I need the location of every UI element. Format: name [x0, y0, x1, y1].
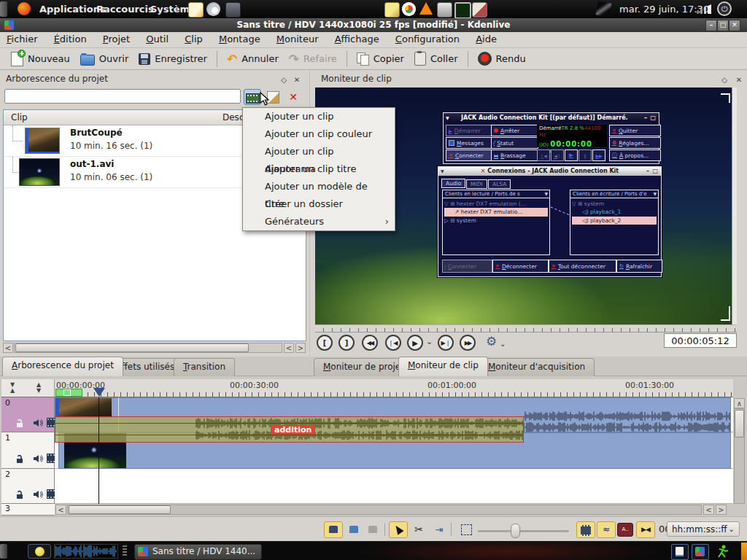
timeline-ruler[interactable]: 00:00:00:00 00:00:30:00 00:01:00:00 00:0… — [55, 379, 733, 397]
save-button[interactable]: Enregistrer — [133, 52, 212, 66]
timecode-format-dropdown[interactable]: hh:mm:ss::ff⌄ — [667, 521, 740, 537]
menu-edition[interactable]: Édition — [47, 32, 93, 46]
disconnect-all-button[interactable]: ✕Tout déconnecter — [549, 260, 616, 273]
writable-clients-header[interactable]: Clients en écriture / Ports d'e▼ — [570, 190, 658, 198]
ubuntu-logo-icon[interactable] — [18, 2, 31, 15]
playhead-line[interactable] — [98, 397, 99, 504]
system-monitor-icon[interactable] — [454, 2, 471, 19]
camera-icon[interactable] — [225, 2, 241, 18]
menu-moniteur[interactable]: Moniteur — [270, 32, 325, 46]
undo-button[interactable]: ↶Annuler — [222, 52, 284, 66]
new-button[interactable]: Nouveau — [6, 50, 75, 68]
set-in-point-button[interactable]: [ — [317, 335, 333, 351]
menu-aide[interactable]: Aide — [469, 32, 503, 46]
jack-forward-button[interactable]: ▶▶ — [592, 149, 605, 161]
menu-fichier[interactable]: Fichier — [0, 32, 44, 46]
gedit-icon[interactable] — [384, 2, 400, 18]
maximize-button[interactable]: □ — [717, 20, 729, 31]
delete-clip-button[interactable]: ✕ — [285, 89, 302, 105]
timeline-scroll-left[interactable]: < — [703, 505, 714, 515]
scroll-left-arrow[interactable]: < — [3, 343, 13, 353]
menu-item-add-color-clip[interactable]: Ajouter un clip couleur — [243, 125, 395, 143]
play-button[interactable]: ▶ — [407, 335, 423, 351]
menu-item-add-clip[interactable]: Ajouter un clip — [243, 108, 395, 125]
audio-mute-icon[interactable] — [33, 489, 43, 499]
menu-item-add-slideshow-clip[interactable]: Ajouter un clip diaporama — [243, 143, 395, 160]
tray-kdenlive-icon[interactable] — [692, 544, 709, 560]
track-header-0[interactable]: 0 — [1, 397, 55, 432]
column-clip[interactable]: Clip — [4, 112, 28, 122]
readable-clients-header[interactable]: Clients en lecture / Ports de s▼ — [443, 190, 549, 198]
menu-outil[interactable]: Outil — [139, 32, 175, 46]
window-menu-icon[interactable]: ▼ — [441, 167, 444, 176]
menu-item-create-folder[interactable]: Créer un dossier — [243, 195, 395, 213]
jack-connections-window[interactable]: ▼ ✕ Connexions - JACK Audio Connection K… — [438, 166, 662, 277]
render-button[interactable]: Rendu — [473, 50, 531, 67]
jack-maximize-icon[interactable]: □ — [652, 167, 658, 176]
tab-capture-monitor[interactable]: Moniteur d'acquisition — [479, 358, 595, 376]
session-power-icon[interactable]: ⏻ — [717, 1, 732, 16]
tree-item-system-out[interactable]: ▽ ⊞ system — [572, 200, 657, 208]
timeline-scroll-up[interactable]: ∧ — [734, 398, 745, 408]
dock-close-icon[interactable]: ✕ — [734, 71, 744, 89]
spacer-tool-button[interactable]: ⇥ — [430, 521, 449, 538]
jack-quit-button[interactable]: ✕Quitter — [609, 125, 661, 136]
lock-icon[interactable] — [15, 489, 25, 499]
menu-item-add-title-clip[interactable]: Ajouter un clip titre — [243, 160, 395, 178]
expand-all-tracks-icon[interactable]: ▲▼ — [36, 382, 41, 394]
panel-drag-handle[interactable] — [0, 544, 7, 559]
dock-close-icon[interactable]: ✕ — [292, 71, 302, 89]
lock-icon[interactable] — [15, 454, 25, 464]
tree-item-playback1[interactable]: ◁) playback_1 — [572, 208, 657, 216]
jack-stop-button[interactable]: Arrêter — [491, 125, 538, 136]
timeline-scroll-right[interactable]: > — [716, 505, 727, 515]
tab-alsa[interactable]: ALSA — [488, 179, 511, 189]
previous-frame-button[interactable]: ❘◀ — [385, 335, 401, 351]
close-button[interactable]: ✕ — [729, 20, 740, 31]
menu-item-add-title-template[interactable]: Ajouter un modèle de titre — [243, 178, 395, 195]
monitor-gear-icon[interactable]: ⚙ — [486, 334, 497, 349]
collapse-all-tracks-icon[interactable]: ▼▲ — [10, 382, 15, 394]
menu-item-generators[interactable]: Générateurs› — [243, 213, 395, 230]
menu-configuration[interactable]: Configuration — [389, 32, 466, 46]
package-icon[interactable] — [472, 2, 487, 18]
track-header-1[interactable]: 1 — [1, 432, 55, 469]
project-search-input[interactable] — [4, 89, 241, 104]
tree-item-hexter[interactable]: ▽ ⊞ hexter DX7 emulation (... — [444, 200, 548, 208]
timeline-zone-handle[interactable] — [63, 389, 71, 396]
marker-comments-button[interactable]: A.. — [617, 523, 633, 537]
timeline-vscrollbar-thumb[interactable] — [735, 410, 744, 438]
notes-icon[interactable] — [188, 2, 204, 18]
dock-float-icon[interactable]: ◇ — [279, 71, 289, 89]
jack-status-button[interactable]: ⁄Statut — [491, 137, 538, 149]
paste-button[interactable]: Coller — [409, 50, 463, 67]
tree-item-playback2[interactable]: ◁) playback_2 — [572, 217, 657, 225]
tree-item-hexter-port[interactable]: ↗ hexter DX7 emulatio... — [444, 208, 548, 216]
fit-zoom-button[interactable] — [457, 521, 476, 538]
jack-play-button[interactable]: ▶ — [565, 149, 578, 161]
mail-clock-icon[interactable] — [206, 2, 220, 16]
jack-maximize-icon[interactable]: □ — [650, 113, 656, 122]
project-hscrollbar-thumb[interactable] — [15, 343, 249, 352]
track-header-2[interactable]: 2 — [1, 469, 55, 504]
jack-minimize-icon[interactable]: – — [646, 167, 649, 176]
system-monitor-applet[interactable] — [54, 544, 118, 559]
forward-button[interactable]: ▶▶ — [460, 335, 476, 351]
copy-button[interactable]: Copier — [352, 51, 409, 66]
menu-montage[interactable]: Montage — [212, 32, 267, 46]
set-out-point-button[interactable]: ] — [338, 335, 355, 351]
stylus-icon[interactable] — [595, 1, 611, 17]
clock[interactable]: mar. 29 juin, 17:30 — [619, 0, 709, 18]
tab-transition[interactable]: Transition — [174, 358, 235, 376]
timeline-scroll-left[interactable]: < — [55, 505, 66, 515]
razor-tool-button[interactable]: ✂ — [409, 521, 428, 538]
panel-drag-handle[interactable] — [0, 1, 7, 17]
tab-audio[interactable]: Audio — [441, 179, 465, 188]
tab-project-tree[interactable]: Arborescence du projet — [2, 357, 123, 376]
printer-icon[interactable] — [437, 2, 452, 18]
jack-about-button[interactable]: ⓘÀ propos... — [609, 149, 661, 161]
audio-thumbnails-button[interactable]: ≈ — [597, 521, 616, 538]
dock-float-icon[interactable]: ◇ — [719, 71, 729, 89]
minimize-button[interactable]: – — [705, 20, 717, 31]
tray-running-man-icon[interactable] — [715, 544, 729, 559]
